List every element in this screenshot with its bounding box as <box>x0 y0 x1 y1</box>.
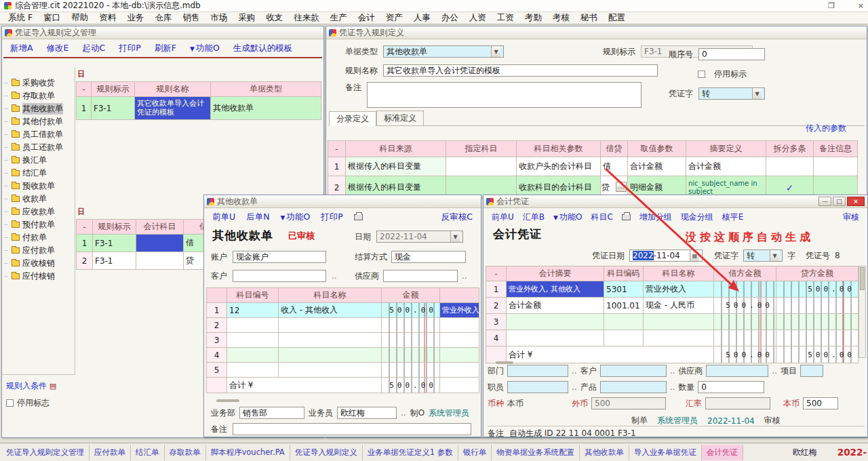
disable-flag-checkbox[interactable] <box>6 399 14 407</box>
ellipsis-button[interactable]: .. <box>572 382 577 392</box>
task-item[interactable]: 会计凭证 <box>702 445 743 460</box>
date-combo[interactable]: 2022-11-04 ▼ <box>376 230 463 243</box>
note-field[interactable] <box>233 423 471 435</box>
next-button[interactable]: 后单N <box>246 212 269 223</box>
col-header-subject-name[interactable]: 科目名称 <box>279 288 382 303</box>
table-row[interactable]: 4 <box>207 348 479 363</box>
col-header[interactable] <box>440 288 479 303</box>
printer-icon[interactable] <box>622 214 631 220</box>
unaudit-button[interactable]: 反审核C <box>441 212 473 223</box>
scrollbar-thumb[interactable] <box>860 267 865 290</box>
table-row[interactable]: 3 <box>207 333 479 348</box>
refresh-button[interactable]: 刷新F <box>155 43 176 54</box>
tree-item[interactable]: -- 其他付款单 <box>2 115 75 128</box>
calendar-icon[interactable]: ▦ <box>690 250 699 261</box>
customer-field[interactable] <box>600 365 667 377</box>
table-row[interactable]: 2 <box>207 318 479 333</box>
maker-link[interactable]: 系统管理员 <box>429 407 469 419</box>
disable-checkbox[interactable] <box>698 71 705 78</box>
menu-item[interactable]: 考勤 <box>519 12 547 24</box>
task-item[interactable]: 其他收款单 <box>580 445 629 460</box>
menu-item[interactable]: 销售 <box>177 12 205 24</box>
add-group-button[interactable]: 增加分组 <box>639 212 672 223</box>
summary-cell[interactable]: 营业外收入, 其他收入 <box>507 281 604 298</box>
quantity-field[interactable]: 0 <box>698 381 764 393</box>
cash-group-button[interactable]: 现金分组 <box>681 212 713 223</box>
rule-name-cell[interactable]: 其它收款单导入会计凭证的模板 <box>135 97 211 120</box>
table-row[interactable]: 3 <box>486 314 859 330</box>
menu-item[interactable]: 窗口 <box>38 12 66 24</box>
col-header[interactable]: - <box>328 141 346 157</box>
col-header-subject[interactable]: 指定科目 <box>446 141 517 157</box>
subject-cell[interactable] <box>136 235 184 252</box>
ellipsis-button[interactable]: .. <box>332 271 337 281</box>
tree-item[interactable]: -- 员工还款单 <box>2 141 75 154</box>
menu-item[interactable]: 办公 <box>436 12 464 24</box>
rule-manager-titlebar[interactable]: 凭证导入规则定义管理 <box>2 26 323 39</box>
tree-item[interactable]: -- 换汇单 <box>2 154 75 167</box>
chevron-down-icon[interactable]: ▼ <box>450 231 460 242</box>
col-header-summary[interactable]: 会计摘要 <box>507 266 604 281</box>
menu-item[interactable]: 生产 <box>325 12 353 24</box>
local-amount-field[interactable]: 500 <box>803 397 838 409</box>
col-header-subject-code[interactable]: 科目编号 <box>227 288 279 303</box>
function-button[interactable]: ▼功能O <box>190 43 220 54</box>
col-header-rule-code[interactable]: 规则标示 <box>92 82 135 97</box>
project-field[interactable] <box>800 365 823 377</box>
task-item[interactable]: 结汇单 <box>131 445 165 460</box>
col-header-rule-code[interactable]: 规则标示 <box>93 220 136 235</box>
col-header-param[interactable]: 科目相关参数 <box>517 141 601 157</box>
start-button[interactable]: 起动C <box>82 43 105 54</box>
ellipsis-button[interactable]: .. <box>670 366 675 376</box>
menu-item[interactable]: 收支 <box>260 12 288 24</box>
col-header-credit[interactable]: 贷方金额 <box>776 266 859 281</box>
menu-item[interactable]: 人资 <box>464 12 492 24</box>
task-item[interactable]: 导入业务单据凭证 <box>629 445 702 460</box>
menu-item[interactable]: 工资 <box>492 12 519 24</box>
menu-item[interactable]: 往来款 <box>288 12 325 24</box>
table-row[interactable]: 1 根据传入的科目变量 收款户头的会计科目 借 合计金额 合计金额 <box>328 157 858 176</box>
audit-button[interactable]: 审核 <box>843 212 859 223</box>
supplier-field[interactable] <box>383 270 458 282</box>
foreign-amount-field[interactable]: 500 <box>591 397 666 409</box>
printer-icon[interactable] <box>354 214 363 220</box>
tree-item[interactable]: -- 预付款单 <box>2 218 75 231</box>
subject-cell[interactable] <box>136 252 184 270</box>
maker-link[interactable]: 系统管理员 <box>657 415 698 426</box>
product-field[interactable] <box>600 381 667 393</box>
tree-item[interactable]: -- 应收款单 <box>2 205 75 218</box>
chevron-down-icon[interactable]: ▼ <box>752 88 762 99</box>
tree-item[interactable]: -- 预收款单 <box>2 180 75 193</box>
task-item[interactable]: 物资单据业务系统配置 <box>492 445 580 460</box>
new-button[interactable]: 新增A <box>10 43 33 54</box>
exchange-rate-field[interactable] <box>705 397 770 409</box>
doc-type-combo[interactable]: 其他收款单 ▼ <box>383 45 504 58</box>
close-icon[interactable]: × <box>847 197 865 206</box>
chevron-down-icon[interactable]: ▼ <box>491 46 500 57</box>
customer-field[interactable] <box>233 270 326 282</box>
tree-item[interactable]: -- 存取款单 <box>2 89 75 102</box>
task-item[interactable]: 应付款单 <box>90 445 131 460</box>
print-button[interactable]: 打印P <box>321 212 343 223</box>
rule-name-field[interactable]: 其它收款单导入会计凭证的模板 <box>383 64 658 77</box>
col-header-doc-type[interactable]: 单据类型 <box>211 82 321 97</box>
col-header[interactable] <box>207 288 227 303</box>
col-header-rule-name[interactable]: 规则名称 <box>135 82 211 97</box>
maximize-icon[interactable]: □ <box>833 197 846 206</box>
settle-method-field[interactable]: 现金 <box>391 251 466 263</box>
prev-button[interactable]: 前单U <box>492 212 514 223</box>
subject-button[interactable]: 科目C <box>591 212 612 223</box>
voucher-date-field[interactable]: 2022-11-04 ▦ <box>629 249 703 262</box>
menu-item[interactable]: 采购 <box>233 12 260 24</box>
table-row[interactable]: 1 营业外收入, 其他收入 5301 营业外收入 500.00 <box>486 281 859 298</box>
task-item[interactable]: 凭证导入规则定义 <box>290 445 363 460</box>
minimize-icon[interactable]: — <box>818 197 831 206</box>
doc-type-cell[interactable]: 其他收款单 <box>211 97 321 120</box>
incoming-params-link[interactable]: 传入的参数 <box>806 123 846 133</box>
tree-item[interactable]: -- 应收核销 <box>2 257 75 270</box>
menu-item[interactable]: 业务 <box>121 12 149 24</box>
task-item[interactable]: 银行单 <box>458 445 492 460</box>
account-field[interactable]: 现金账户 <box>233 251 326 263</box>
task-item[interactable]: 脚本程序voucher.PA <box>206 445 290 460</box>
col-header-subject-code[interactable]: 科目编码 <box>604 266 644 281</box>
